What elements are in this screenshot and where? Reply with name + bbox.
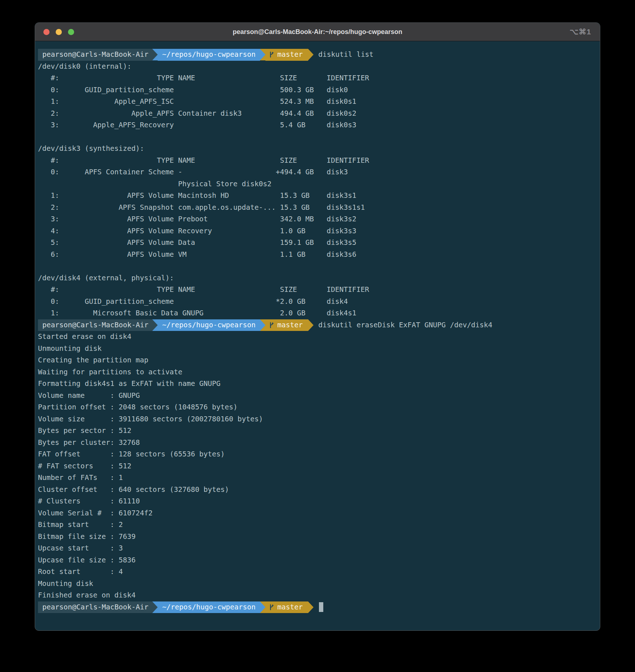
prompt-git-segment: master <box>265 49 308 61</box>
powerline-arrow-icon <box>260 601 265 613</box>
prompt-user-host: pearson@Carls-MacBook-Air <box>38 601 152 613</box>
terminal-screen[interactable]: pearson@Carls-MacBook-Air ~/repos/hugo-c… <box>35 41 600 613</box>
close-button[interactable] <box>43 29 50 35</box>
prompt-user-host: pearson@Carls-MacBook-Air <box>38 319 152 331</box>
powerline-arrow-icon <box>260 319 265 331</box>
powerline-arrow-icon <box>308 49 314 60</box>
prompt-branch-name: master <box>277 319 303 331</box>
erase-disk-output: Started erase on disk4 Unmounting disk C… <box>38 331 597 601</box>
prompt-git-segment: master <box>265 319 308 331</box>
zoom-button[interactable] <box>68 29 74 35</box>
powerline-arrow-icon <box>152 601 158 613</box>
window-shortcut-badge: ⌥⌘1 <box>570 27 600 36</box>
traffic-lights <box>35 29 74 35</box>
prompt-line-1: pearson@Carls-MacBook-Air ~/repos/hugo-c… <box>38 49 597 61</box>
git-branch-icon <box>269 604 274 611</box>
powerline-arrow-icon <box>308 601 314 613</box>
prompt-branch-name: master <box>277 601 303 613</box>
prompt-cwd: ~/repos/hugo-cwpearson <box>158 49 260 61</box>
prompt-line-2: pearson@Carls-MacBook-Air ~/repos/hugo-c… <box>38 319 597 331</box>
powerline-arrow-icon <box>152 319 158 331</box>
command-text-1: diskutil list <box>318 49 374 61</box>
window-title: pearson@Carls-MacBook-Air:~/repos/hugo-c… <box>35 28 600 36</box>
prompt-user-host: pearson@Carls-MacBook-Air <box>38 49 152 61</box>
terminal-window: pearson@Carls-MacBook-Air:~/repos/hugo-c… <box>35 22 600 631</box>
git-branch-icon <box>269 322 274 328</box>
powerline-arrow-icon <box>260 49 265 60</box>
command-text-2: diskutil eraseDisk ExFAT GNUPG /dev/disk… <box>318 319 492 331</box>
diskutil-list-output: /dev/disk0 (internal): #: TYPE NAME SIZE… <box>38 61 597 319</box>
prompt-branch-name: master <box>277 49 303 61</box>
prompt-git-segment: master <box>265 601 308 613</box>
window-titlebar[interactable]: pearson@Carls-MacBook-Air:~/repos/hugo-c… <box>35 23 600 41</box>
minimize-button[interactable] <box>56 29 62 35</box>
prompt-cwd: ~/repos/hugo-cwpearson <box>158 601 260 613</box>
git-branch-icon <box>269 51 274 58</box>
powerline-arrow-icon <box>152 49 158 60</box>
powerline-arrow-icon <box>308 319 314 331</box>
prompt-cwd: ~/repos/hugo-cwpearson <box>158 319 260 331</box>
terminal-cursor <box>319 602 323 612</box>
prompt-line-3: pearson@Carls-MacBook-Air ~/repos/hugo-c… <box>38 601 597 613</box>
